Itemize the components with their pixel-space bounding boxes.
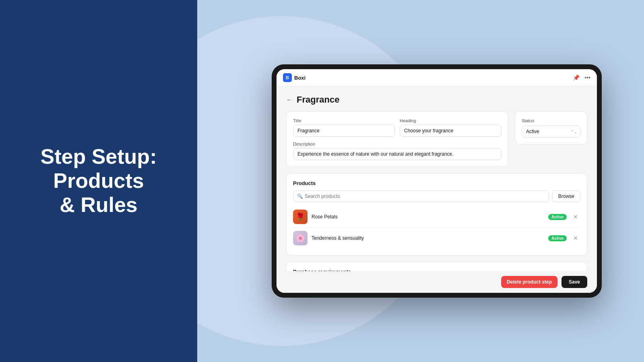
page-title: Fragrance xyxy=(297,95,339,105)
product-name-rose-petals: Rose Petals xyxy=(312,214,544,220)
description-label: Description xyxy=(293,142,502,146)
page-header: ← Fragrance xyxy=(286,95,587,105)
description-input[interactable] xyxy=(293,148,502,160)
more-options-icon[interactable]: ••• xyxy=(584,74,590,81)
description-group: Description xyxy=(293,142,502,160)
remove-rose-petals-button[interactable]: ✕ xyxy=(571,213,580,221)
app-icon: B xyxy=(283,73,292,82)
tablet-screen: B Boxi 📌 ••• ← Fragrance xyxy=(277,69,597,293)
status-badge-tenderness: Active xyxy=(548,235,567,241)
main-card: Title Heading Description xyxy=(286,111,508,167)
tablet-frame: B Boxi 📌 ••• ← Fragrance xyxy=(272,64,602,298)
search-row: 🔍 Browse xyxy=(293,190,580,202)
product-item: 🌹 Rose Petals Active ✕ xyxy=(293,206,580,228)
remove-tenderness-button[interactable]: ✕ xyxy=(571,234,580,242)
status-card: Status Active Inactive Draft ⌃⌄ xyxy=(515,111,587,144)
content-row: Title Heading Description xyxy=(286,111,587,167)
browse-button[interactable]: Browse xyxy=(552,190,580,202)
status-select[interactable]: Active Inactive Draft xyxy=(522,125,580,138)
status-badge-rose-petals: Active xyxy=(548,214,567,220)
products-section-title: Products xyxy=(293,180,580,186)
right-panel: B Boxi 📌 ••• ← Fragrance xyxy=(197,0,644,362)
search-input[interactable] xyxy=(293,190,549,202)
main-content: ← Fragrance Title xyxy=(277,86,597,271)
products-card: Products 🔍 Browse 🌹 Rose Petals Active xyxy=(286,173,587,255)
status-select-wrap: Active Inactive Draft ⌃⌄ xyxy=(522,125,580,138)
search-input-wrap: 🔍 xyxy=(293,190,549,202)
save-button[interactable]: Save xyxy=(561,276,587,288)
app-name: Boxi xyxy=(294,75,305,81)
product-item: 🌸 Tenderness & sensuality Active ✕ xyxy=(293,228,580,249)
left-panel: Step Setup: Products & Rules xyxy=(0,0,197,362)
top-bar-left: B Boxi xyxy=(283,73,305,82)
status-label: Status xyxy=(522,118,580,123)
title-field-group: Title xyxy=(293,118,395,137)
title-label: Title xyxy=(293,118,395,123)
title-input[interactable] xyxy=(293,125,395,137)
product-thumbnail-tenderness: 🌸 xyxy=(293,231,308,245)
top-bar-right: 📌 ••• xyxy=(573,74,590,81)
product-name-tenderness: Tenderness & sensuality xyxy=(312,235,544,241)
search-icon: 🔍 xyxy=(297,193,303,199)
app-icon-letter: B xyxy=(286,75,289,80)
title-heading-row: Title Heading xyxy=(293,118,502,137)
heading-field-group: Heading xyxy=(400,118,502,137)
heading-label: Heading xyxy=(400,118,502,123)
heading-input[interactable] xyxy=(400,125,502,137)
hero-title: Step Setup: Products & Rules xyxy=(41,145,157,217)
delete-product-step-button[interactable]: Delete product step xyxy=(501,276,557,288)
product-thumbnail-rose-petals: 🌹 xyxy=(293,210,308,224)
back-button[interactable]: ← xyxy=(286,96,293,103)
pin-icon[interactable]: 📌 xyxy=(573,74,580,81)
bottom-bar: Delete product step Save xyxy=(277,271,597,293)
top-bar: B Boxi 📌 ••• xyxy=(277,69,597,86)
purchase-requirements-card: Purchase requirements Minimum quantity o… xyxy=(286,262,587,271)
